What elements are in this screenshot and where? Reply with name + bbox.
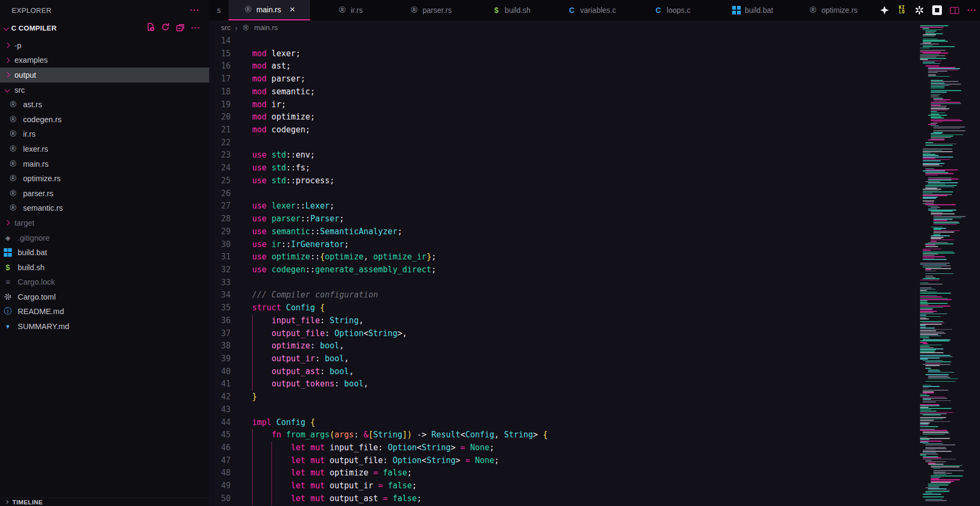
split-editor-icon[interactable] bbox=[950, 7, 959, 14]
code-line-36[interactable]: 36 input_file: String, bbox=[209, 315, 980, 328]
sidebar-item-SUMMARY-md[interactable]: ▼SUMMARY.md bbox=[0, 319, 209, 334]
explorer-more-actions-icon[interactable]: ··· bbox=[190, 8, 200, 13]
sidebar-item-output[interactable]: output bbox=[0, 68, 209, 83]
sidebar-item-build-sh[interactable]: $build.sh bbox=[0, 260, 209, 275]
code-line-25[interactable]: 25use std::process; bbox=[209, 175, 980, 188]
collapse-all-icon[interactable] bbox=[176, 23, 185, 34]
code-line-38[interactable]: 38 optimize: bool, bbox=[209, 340, 980, 353]
refresh-icon[interactable] bbox=[161, 23, 170, 34]
item-label: build.sh bbox=[18, 263, 45, 272]
code-line-44[interactable]: 44impl Config { bbox=[209, 416, 980, 429]
code-line-26[interactable]: 26 bbox=[209, 188, 980, 200]
sparkle-icon[interactable] bbox=[880, 5, 889, 15]
code-line-23[interactable]: 23use std::env; bbox=[209, 149, 980, 162]
code-line-16[interactable]: 16mod ast; bbox=[209, 60, 980, 73]
timeline-section-header[interactable]: TIMELINE bbox=[0, 497, 209, 506]
code-line-29[interactable]: 29use semantic::SemanticAnalyzer; bbox=[209, 226, 980, 239]
code-line-31[interactable]: 31use optimize::{optimize, optimize_ir}; bbox=[209, 251, 980, 264]
line-number: 43 bbox=[209, 404, 231, 416]
code-line-28[interactable]: 28use parser::Parser; bbox=[209, 213, 980, 226]
sidebar-item-gitignore[interactable]: ◆.gitignore bbox=[0, 230, 209, 245]
minimap-line bbox=[920, 359, 928, 360]
sidebar-item-README-md[interactable]: ⓘREADME.md bbox=[0, 304, 209, 319]
tab-optimize-rs[interactable]: ®optimize.rs bbox=[793, 0, 873, 20]
tab-variables-c[interactable]: Cvariables.c bbox=[551, 0, 632, 20]
breadcrumb-folder[interactable]: src bbox=[221, 24, 231, 32]
code-line-34[interactable]: 34/// Compiler configuration bbox=[209, 289, 980, 302]
line-content: let mut output_file: Option<String> = No… bbox=[231, 455, 499, 467]
tab-build-bat[interactable]: build.bat bbox=[712, 0, 793, 20]
more-icon[interactable]: ··· bbox=[191, 25, 201, 31]
minimap-line bbox=[920, 309, 933, 310]
close-icon[interactable]: × bbox=[290, 6, 295, 13]
code-line-50[interactable]: 50 let mut output_ast = false; bbox=[209, 493, 980, 505]
sidebar-item-target[interactable]: target bbox=[0, 215, 209, 230]
sidebar-item-ir-rs[interactable]: ®ir.rs bbox=[0, 127, 209, 142]
sidebar-item--p[interactable]: -p bbox=[0, 38, 209, 53]
tab-loops-c[interactable]: Cloops.c bbox=[632, 0, 712, 20]
code-line-18[interactable]: 18mod semantic; bbox=[209, 86, 980, 99]
sidebar-item-main-rs[interactable]: ®main.rs bbox=[0, 157, 209, 172]
code-line-27[interactable]: 27use lexer::Lexer; bbox=[209, 200, 980, 213]
code-line-32[interactable]: 32use codegen::generate_assembly_direct; bbox=[209, 264, 980, 277]
kilo-icon[interactable]: KILO bbox=[897, 6, 907, 15]
code-line-47[interactable]: 47 let mut output_file: Option<String> =… bbox=[209, 455, 980, 467]
minimap-line bbox=[920, 419, 943, 420]
minimap-line bbox=[928, 70, 958, 71]
sidebar-item-ast-rs[interactable]: ®ast.rs bbox=[0, 97, 209, 112]
minimap-line bbox=[931, 213, 955, 214]
code-line-22[interactable]: 22 bbox=[209, 137, 980, 150]
code-line-15[interactable]: 15mod lexer; bbox=[209, 48, 980, 61]
tab-ir-rs[interactable]: ®ir.rs bbox=[310, 0, 390, 20]
tab-truncated[interactable]: s bbox=[209, 0, 229, 20]
tab-build-sh[interactable]: $build.sh bbox=[471, 0, 551, 20]
code-line-43[interactable]: 43 bbox=[209, 404, 980, 416]
frame-icon[interactable] bbox=[932, 5, 942, 15]
code-line-35[interactable]: 35struct Config { bbox=[209, 302, 980, 315]
tab-main-rs[interactable]: ®main.rs× bbox=[229, 0, 310, 20]
code-line-48[interactable]: 48 let mut optimize = false; bbox=[209, 467, 980, 480]
code-line-19[interactable]: 19mod ir; bbox=[209, 99, 980, 111]
project-section-header[interactable]: C COMPILER ··· bbox=[0, 20, 209, 35]
sidebar-item-semantic-rs[interactable]: ®semantic.rs bbox=[0, 201, 209, 216]
sidebar-item-Cargo-lock[interactable]: ≡Cargo.lock bbox=[0, 275, 209, 290]
sidebar-item-codegen-rs[interactable]: ®codegen.rs bbox=[0, 112, 209, 127]
code-line-41[interactable]: 41 output_tokens: bool, bbox=[209, 378, 980, 391]
code-line-20[interactable]: 20mod optimize; bbox=[209, 111, 980, 124]
code-line-39[interactable]: 39 output_ir: bool, bbox=[209, 353, 980, 366]
sidebar-item-build-bat[interactable]: build.bat bbox=[0, 245, 209, 260]
minimap-line bbox=[931, 86, 945, 87]
sidebar-item-lexer-rs[interactable]: ®lexer.rs bbox=[0, 142, 209, 157]
code-line-24[interactable]: 24use std::fs; bbox=[209, 162, 980, 175]
sidebar-item-parser-rs[interactable]: ®parser.rs bbox=[0, 186, 209, 201]
code-line-40[interactable]: 40 output_ast: bool, bbox=[209, 366, 980, 378]
code-line-45[interactable]: 45 fn from_args(args: &[String]) -> Resu… bbox=[209, 429, 980, 442]
openai-icon[interactable] bbox=[915, 5, 924, 15]
code-line-21[interactable]: 21mod codegen; bbox=[209, 124, 980, 137]
minimap-line bbox=[933, 230, 960, 232]
code-line-17[interactable]: 17mod parser; bbox=[209, 73, 980, 86]
more-icon[interactable]: ··· bbox=[967, 8, 977, 13]
code-editor[interactable]: 1415mod lexer;16mod ast;17mod parser;18m… bbox=[209, 35, 980, 505]
code-line-49[interactable]: 49 let mut output_ir = false; bbox=[209, 480, 980, 493]
minimap-line bbox=[928, 486, 939, 487]
code-line-33[interactable]: 33 bbox=[209, 277, 980, 289]
sidebar-item-src[interactable]: src bbox=[0, 83, 209, 98]
sidebar-item-examples[interactable]: examples bbox=[0, 53, 209, 68]
minimap-line bbox=[931, 111, 937, 112]
minimap-line bbox=[928, 464, 944, 465]
code-line-42[interactable]: 42} bbox=[209, 391, 980, 404]
tab-parser-rs[interactable]: ®parser.rs bbox=[390, 0, 471, 20]
code-line-37[interactable]: 37 output_file: Option<String>, bbox=[209, 328, 980, 340]
sidebar-item-Cargo-toml[interactable]: Cargo.toml bbox=[0, 289, 209, 304]
breadcrumb[interactable]: src › ® main.rs bbox=[209, 20, 980, 35]
minimap[interactable] bbox=[920, 24, 966, 506]
breadcrumb-file[interactable]: main.rs bbox=[254, 24, 278, 32]
minimap-line bbox=[931, 119, 960, 120]
sidebar-item-optimize-rs[interactable]: ®optimize.rs bbox=[0, 171, 209, 186]
code-line-46[interactable]: 46 let mut input_file: Option<String> = … bbox=[209, 442, 980, 455]
new-file-icon[interactable] bbox=[146, 23, 155, 34]
minimap-line bbox=[928, 242, 948, 243]
code-line-14[interactable]: 14 bbox=[209, 35, 980, 48]
code-line-30[interactable]: 30use ir::IrGenerator; bbox=[209, 239, 980, 251]
